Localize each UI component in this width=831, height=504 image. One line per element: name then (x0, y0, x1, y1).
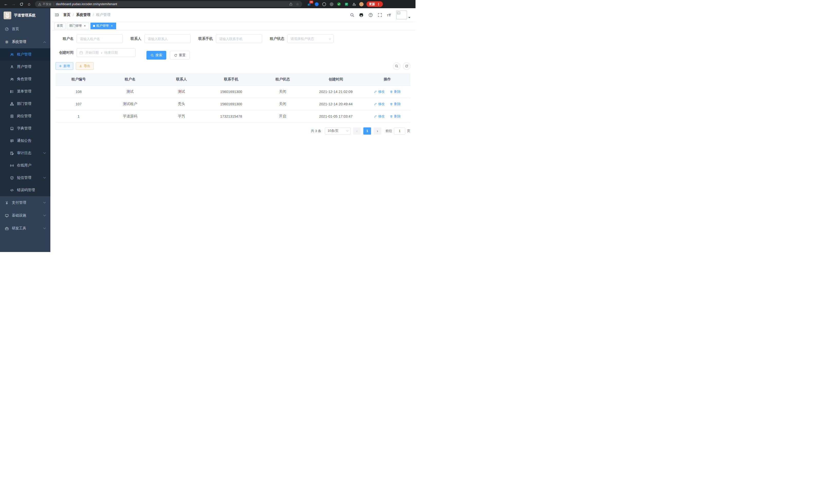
edit-button[interactable]: 修改 (374, 102, 385, 106)
filter-create-time: 创建时间 开始日期 - 结束日期 (56, 48, 136, 57)
delete-button[interactable]: 删除 (390, 114, 401, 119)
delete-button[interactable]: 删除 (390, 102, 401, 106)
font-size-button[interactable]: TT (384, 10, 394, 20)
delete-button[interactable]: 删除 (390, 89, 401, 94)
sidebar-item-dev-tools[interactable]: 研发工具 (0, 222, 50, 235)
contact-phone-input[interactable] (216, 34, 262, 43)
sidebar-item-label: 角色管理 (17, 77, 31, 82)
sidebar-item-menu-management[interactable]: 菜单管理 (0, 85, 50, 98)
show-search-toggle-button[interactable] (393, 62, 400, 70)
forward-icon: → (11, 2, 16, 6)
tenant-name-input[interactable] (77, 34, 123, 43)
help-button[interactable] (366, 10, 375, 20)
extension-icon-dark[interactable] (329, 2, 334, 6)
warning-icon (38, 3, 41, 6)
export-button[interactable]: 导出 (76, 62, 93, 70)
user-avatar-menu[interactable] (396, 10, 410, 19)
sidebar-item-audit-log[interactable]: 审计日志 (0, 147, 50, 159)
share-icon[interactable] (289, 2, 293, 6)
sidebar-item-system-management[interactable]: 系统管理 (0, 35, 50, 48)
contact-name-input[interactable] (144, 34, 191, 43)
sidebar-item-role-management[interactable]: 角色管理 (0, 73, 50, 85)
delete-label: 删除 (394, 102, 401, 106)
filter-tenant-name: 租户名 (56, 34, 123, 43)
browser-home-button[interactable]: ⌂ (26, 1, 32, 7)
sidebar-item-infrastructure[interactable]: 基础设施 (0, 209, 50, 222)
security-label: 不安全 (42, 2, 52, 6)
sidebar-item-payment-management[interactable]: 支付管理 (0, 196, 50, 209)
sidebar-item-dept-management[interactable]: 部门管理 (0, 98, 50, 110)
prev-page-button[interactable]: ‹ (353, 127, 361, 135)
extension-icon-blue-drop[interactable] (314, 2, 319, 6)
sidebar-item-tenant-management[interactable]: 租户管理 (0, 48, 50, 61)
filter-label: 联系手机 (198, 36, 213, 41)
search-icon (350, 13, 354, 17)
edit-button[interactable]: 修改 (374, 89, 385, 94)
breadcrumb-system[interactable]: 系统管理 (76, 12, 90, 17)
close-icon[interactable]: × (83, 24, 87, 28)
sidebar-item-online-users[interactable]: 在线用户 (0, 159, 50, 172)
sidebar-item-user-management[interactable]: 用户管理 (0, 61, 50, 73)
blue-drop-icon (315, 2, 319, 6)
add-button[interactable]: 新增 (56, 62, 73, 70)
tenant-status-select[interactable]: 请选择租户状态 (287, 34, 334, 43)
page-number-button[interactable]: 1 (363, 127, 371, 135)
filter-form: 租户名 联系人 联系手机 租户状态 请选择租户状态 (56, 34, 410, 62)
page-unit-label: 页 (407, 129, 410, 133)
chevron-down-icon (44, 226, 46, 229)
browser-update-button[interactable]: 更新 ⋮ (366, 1, 383, 7)
extension-icon-green-note[interactable] (344, 2, 349, 6)
sidebar-item-home[interactable]: 首页 (0, 23, 50, 35)
extensions-puzzle-icon[interactable] (351, 2, 356, 6)
next-page-button[interactable]: › (374, 127, 381, 135)
top-navbar: 首页 / 系统管理 / 租户管理 T (50, 8, 416, 22)
cell-status: 开启 (258, 110, 307, 122)
bookmark-star-icon[interactable]: ☆ (296, 2, 299, 6)
sidebar-item-error-code-management[interactable]: 错误码管理 (0, 184, 50, 196)
tab-dept-management[interactable]: 部门管理 × (67, 23, 89, 29)
extension-icon-ring[interactable] (322, 2, 326, 6)
broken-image-icon (397, 11, 400, 14)
tab-home[interactable]: 首页 (54, 23, 65, 29)
sidebar-item-label: 用户管理 (17, 64, 31, 69)
fullscreen-button[interactable] (375, 10, 384, 20)
create-time-range-picker[interactable]: 开始日期 - 结束日期 (77, 48, 136, 57)
menu-dots-icon[interactable]: ⋮ (377, 3, 380, 6)
sidebar-toggle-button[interactable] (55, 12, 59, 17)
header-search-button[interactable] (347, 10, 357, 20)
sidebar-item-notice[interactable]: 通知公告 (0, 135, 50, 147)
extension-badge: 10 (309, 1, 313, 4)
extension-icon-green-check[interactable] (337, 2, 341, 6)
sidebar-item-label: 租户管理 (17, 52, 31, 57)
github-link[interactable] (357, 10, 366, 20)
dark-circle-icon (330, 2, 334, 6)
sidebar-item-dict-management[interactable]: 字典管理 (0, 122, 50, 135)
home-icon: ⌂ (28, 2, 30, 6)
address-bar[interactable]: 不安全 dashboard.yudao.iocoder.cn/system/te… (35, 1, 302, 7)
edit-button[interactable]: 修改 (374, 114, 385, 119)
search-button[interactable]: 搜索 (146, 51, 166, 60)
back-icon: ← (4, 2, 8, 6)
browser-reload-button[interactable] (18, 1, 25, 7)
close-icon[interactable]: × (110, 24, 114, 28)
sidebar-item-sms-management[interactable]: 短信管理 (0, 172, 50, 184)
avatar (396, 10, 407, 19)
chevron-down-icon (44, 151, 46, 154)
active-tab-dot (93, 25, 95, 27)
export-button-label: 导出 (84, 64, 90, 68)
goto-page-input[interactable] (394, 127, 405, 135)
sidebar-item-post-management[interactable]: 岗位管理 (0, 110, 50, 122)
sidebar-item-label: 首页 (12, 27, 19, 31)
sidebar-logo[interactable]: 芋道管理系统 (0, 8, 50, 23)
breadcrumb-home[interactable]: 首页 (63, 12, 70, 17)
security-status[interactable]: 不安全 (38, 2, 52, 6)
reset-button[interactable]: 重置 (170, 51, 190, 60)
filter-label: 租户名 (56, 36, 74, 41)
page-size-select[interactable]: 10条/页 (325, 127, 350, 135)
extension-icon-blocker[interactable]: 10 (307, 2, 311, 6)
browser-back-button[interactable]: ← (3, 1, 9, 7)
browser-profile-avatar[interactable] (359, 2, 364, 6)
browser-forward-button[interactable]: → (10, 1, 17, 7)
tab-tenant-management[interactable]: 租户管理 × (90, 23, 116, 29)
refresh-table-button[interactable] (403, 62, 410, 70)
